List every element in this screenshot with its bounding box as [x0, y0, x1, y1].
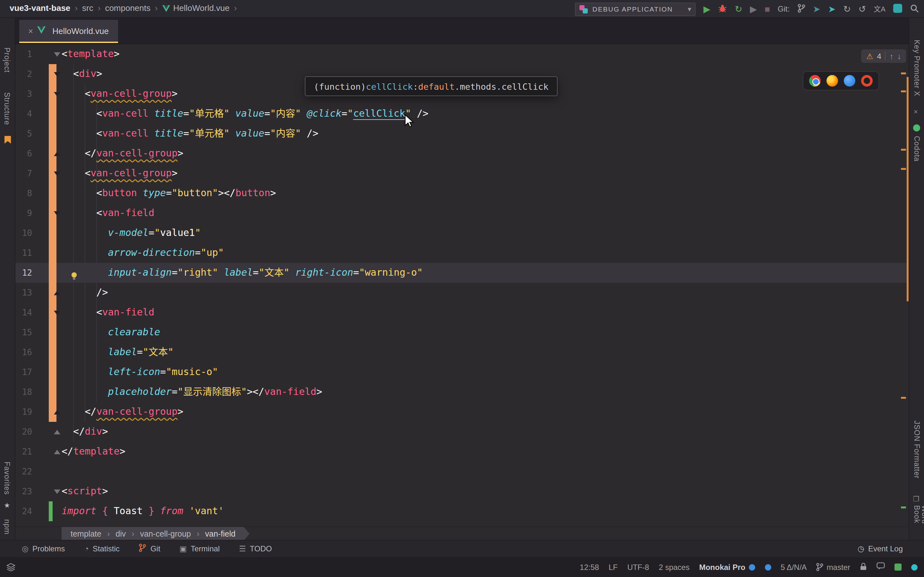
edge-icon[interactable]	[844, 75, 855, 87]
history-icon[interactable]: ↻	[843, 5, 851, 13]
close-icon[interactable]: ×	[28, 26, 33, 35]
service-status-icon[interactable]	[911, 564, 918, 570]
fold-up-icon[interactable]	[54, 290, 60, 295]
run-button[interactable]: ▶	[704, 5, 711, 13]
code-line-15[interactable]: 15 clearable	[15, 322, 909, 342]
fold-down-icon[interactable]	[54, 171, 60, 176]
code-line-23[interactable]: 23<script>	[15, 482, 909, 501]
breadcrumb-item[interactable]: components	[105, 3, 150, 13]
code-line-18[interactable]: 18 placeholder="显示清除图标"></van-field>	[15, 382, 909, 402]
stripe-mark[interactable]	[901, 90, 906, 92]
code-line-20[interactable]: 20 </div>	[15, 422, 909, 442]
tab-helloworld-vue[interactable]: × HelloWorld.vue	[19, 20, 118, 43]
error-stripe[interactable]	[900, 44, 909, 526]
fold-up-icon[interactable]	[54, 430, 60, 434]
star-icon[interactable]: ★	[4, 501, 10, 510]
code-line-1[interactable]: 1<template>	[15, 44, 909, 64]
tool-button-todo[interactable]: ☰TODO	[239, 544, 272, 553]
sidebar-item-npm[interactable]: npm	[3, 519, 11, 535]
tool-button-git[interactable]: Git	[139, 544, 160, 554]
fold-down-icon[interactable]	[54, 92, 60, 96]
code-line-21[interactable]: 21</template>	[15, 442, 909, 462]
code-line-11[interactable]: 11 arrow-direction="up"	[15, 243, 909, 263]
file-encoding[interactable]: UTF-8	[627, 562, 649, 572]
fold-up-icon[interactable]	[54, 410, 60, 414]
indent-setting[interactable]: 2 spaces	[659, 562, 690, 572]
run-config-dropdown[interactable]: DEBUG APPLICATION ▾	[575, 2, 696, 16]
code-line-17[interactable]: 17 left-icon="music-o"	[15, 362, 909, 382]
update-project-icon[interactable]: ➤	[813, 5, 820, 13]
stripe-mark[interactable]	[901, 149, 906, 151]
next-warning-icon[interactable]: ↓	[897, 52, 901, 61]
feedback-bubble-icon[interactable]	[877, 562, 885, 572]
code-line-22[interactable]: 22	[15, 462, 909, 482]
git-branch-widget[interactable]: master	[817, 562, 850, 572]
sidebar-item-project[interactable]: Project	[3, 47, 11, 73]
breadcrumb-item-template[interactable]: template	[71, 529, 102, 538]
stripe-mark-added[interactable]	[901, 506, 906, 508]
code-line-19[interactable]: 19 </van-cell-group>	[15, 402, 909, 422]
code-line-14[interactable]: 14 <van-field	[15, 303, 909, 322]
code-line-8[interactable]: 8 <button type="button"></button>	[15, 183, 909, 203]
fold-down-icon[interactable]	[54, 72, 60, 76]
tool-button-problems[interactable]: ◎Problems	[22, 544, 65, 553]
prev-warning-icon[interactable]: ↑	[890, 52, 893, 61]
plugin-status-icon[interactable]	[895, 564, 901, 571]
stop-button[interactable]: ■	[764, 5, 770, 13]
lock-icon[interactable]	[860, 562, 867, 572]
sidebar-item-key-promoter[interactable]: Key Promoter X	[913, 40, 921, 96]
fold-down-icon[interactable]	[54, 52, 60, 56]
book-icon[interactable]: ❐	[913, 495, 919, 503]
push-commits-icon[interactable]: ➤	[828, 5, 835, 13]
code-line-9[interactable]: 9 <van-field	[15, 203, 909, 223]
code-line-10[interactable]: 10 v-model="value1"	[15, 223, 909, 243]
code-line-24[interactable]: 24import { Toast } from 'vant'	[15, 501, 909, 521]
color-scheme[interactable]: Monokai Pro	[699, 562, 755, 572]
sidebar-item-favorites[interactable]: Favorites	[3, 462, 11, 495]
rollback-icon[interactable]: ↺	[859, 5, 866, 13]
stripe-mark[interactable]	[901, 73, 906, 74]
breadcrumb-item-div[interactable]: div	[115, 529, 126, 538]
fold-down-icon[interactable]	[54, 310, 60, 315]
key-promoter-icon[interactable]: ×	[914, 108, 918, 115]
rerun-coverage-button[interactable]: ↻	[735, 5, 742, 13]
code-line-13[interactable]: 13 />	[15, 283, 909, 303]
breadcrumb-item[interactable]: HelloWorld.vue	[173, 3, 230, 13]
bookmark-icon[interactable]	[5, 136, 11, 143]
code-line-6[interactable]: 6 </van-cell-group>	[15, 143, 909, 163]
code-line-7[interactable]: 7 <van-cell-group>	[15, 163, 909, 183]
breadcrumb-item[interactable]: vue3-vant-base	[10, 3, 70, 13]
fold-down-icon[interactable]	[54, 489, 60, 494]
line-ending[interactable]: LF	[609, 562, 618, 572]
tool-button-event-log[interactable]: ◷ Event Log	[858, 544, 903, 553]
codota-status-icon[interactable]	[764, 564, 771, 570]
opera-icon[interactable]	[861, 75, 873, 87]
debug-button[interactable]	[718, 4, 727, 14]
sidebar-item-json-formatter[interactable]: JSON Formatter	[913, 421, 921, 479]
breadcrumb-item-van-field[interactable]: van-field	[205, 529, 236, 538]
breadcrumb-item-van-cell-group[interactable]: van-cell-group	[140, 529, 191, 538]
breadcrumb-item[interactable]: src	[82, 3, 94, 13]
tool-button-statistic[interactable]: ◔Statistic	[84, 544, 120, 553]
inspections-widget[interactable]: ⚠ 4 ↑ ↓	[861, 49, 906, 63]
codota-icon[interactable]	[913, 124, 920, 131]
profile-button[interactable]: ▶	[750, 5, 757, 13]
sidebar-item-word-book[interactable]: Word Book	[913, 505, 924, 540]
fold-down-icon[interactable]	[54, 211, 60, 215]
editor[interactable]: 1<template>2 <div>3 <van-cell-group>4 <v…	[15, 44, 909, 526]
code-line-4[interactable]: 4 <van-cell title="单元格" value="内容" @clic…	[15, 104, 909, 124]
tool-button-terminal[interactable]: ▣Terminal	[180, 544, 220, 553]
chrome-icon[interactable]	[809, 75, 821, 87]
sidebar-item-codota[interactable]: Codota	[913, 136, 921, 161]
code-line-16[interactable]: 16 label="文本"	[15, 342, 909, 362]
layers-icon[interactable]	[6, 563, 15, 571]
fold-up-icon[interactable]	[54, 450, 60, 454]
search-everywhere-icon[interactable]	[910, 4, 919, 14]
plugin-square-icon[interactable]	[893, 4, 902, 14]
fold-up-icon[interactable]	[54, 151, 60, 156]
code-line-12[interactable]: 12 input-align="right" label="文本" right-…	[15, 263, 909, 283]
translate-icon[interactable]: 文A	[874, 5, 885, 13]
stripe-mark[interactable]	[901, 168, 906, 170]
code-line-5[interactable]: 5 <van-cell title="单元格" value="内容" />	[15, 124, 909, 143]
caret-position[interactable]: 12:58	[580, 562, 599, 572]
